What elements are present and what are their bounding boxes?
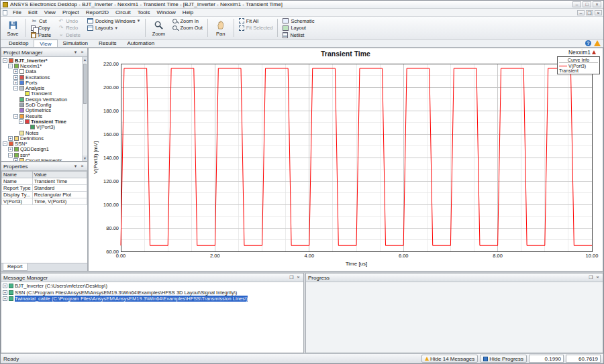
hide-progress-button[interactable]: Hide Progress [480, 355, 527, 363]
property-name: V(Port3) [2, 198, 33, 205]
menu-report2d[interactable]: Report2D [83, 9, 112, 15]
fit-all-button[interactable]: Fit All [236, 17, 276, 25]
pin-icon[interactable] [592, 50, 596, 54]
properties-col-name[interactable]: Name [2, 172, 33, 178]
report-window[interactable]: Transient Time Nexxim1 Curve Info V(Port… [88, 48, 603, 271]
menu-edit[interactable]: Edit [25, 9, 41, 15]
netlist-button[interactable]: Netlist [280, 32, 317, 39]
menu-view[interactable]: View [41, 9, 59, 15]
svg-text:200.00: 200.00 [103, 84, 119, 90]
zoom-in-button[interactable]: Zoom In [169, 17, 205, 25]
properties-table: Name Value NameTransient TimeReport Type… [1, 171, 87, 205]
message-expander-icon[interactable]: + [3, 284, 7, 288]
copy-button[interactable]: Copy [28, 25, 54, 32]
legend-header: Curve Info [559, 58, 598, 63]
menu-help[interactable]: Help [179, 9, 197, 15]
maximize-button[interactable]: □ [583, 1, 591, 7]
panel-close-icon[interactable]: × [79, 50, 85, 56]
tree-expander-icon[interactable]: − [13, 86, 18, 90]
panel-menu-icon[interactable]: ▾ [72, 164, 79, 170]
tree-expander-icon[interactable]: + [13, 80, 18, 85]
close-button[interactable]: × [593, 1, 601, 7]
tree-expander-icon[interactable]: − [3, 58, 7, 63]
tree-expander-icon[interactable]: − [3, 141, 7, 146]
scroll-up-icon[interactable]: ▲ [83, 57, 87, 62]
tree-expander-icon[interactable]: − [13, 114, 18, 119]
menu-window[interactable]: Window [153, 9, 179, 15]
redo-button[interactable]: ↷Redo [55, 25, 83, 32]
tree-item[interactable]: +Excitations [1, 74, 82, 80]
transient-plot[interactable]: 0.002.004.006.008.0010.0060.0080.00100.0… [90, 57, 601, 269]
tab-report[interactable]: Report [3, 263, 28, 271]
tree-item[interactable]: V(Port3) [1, 125, 82, 130]
panel-close-icon[interactable]: × [595, 275, 601, 281]
tree-expander-icon[interactable]: + [13, 69, 18, 74]
undo-button[interactable]: ↶Undo [55, 17, 83, 25]
project-tree-scrollbar[interactable]: ▲ ▼ [82, 57, 87, 161]
menu-tools[interactable]: Tools [134, 9, 154, 15]
properties-col-value[interactable]: Value [32, 172, 87, 178]
tree-expander-icon[interactable]: − [8, 153, 13, 158]
scroll-down-icon[interactable]: ▼ [83, 156, 87, 161]
ribbon-tab-simulation[interactable]: Simulation [58, 40, 93, 47]
tree-item[interactable]: +Q3DDesign1 [1, 147, 82, 152]
tree-expander-icon[interactable]: − [8, 64, 13, 68]
property-value[interactable]: Time, V(Port3) [32, 198, 87, 205]
message-item[interactable]: +BJT_Inverter (C:\Users\mfetzer\Desktop\… [1, 283, 303, 290]
zoom-out-button[interactable]: Zoom Out [169, 25, 205, 32]
panel-close-icon[interactable]: × [79, 164, 85, 170]
panel-float-icon[interactable]: ❐ [588, 275, 594, 281]
ribbon-tab-automation[interactable]: Automation [122, 40, 160, 47]
ribbon-tab-view[interactable]: View [34, 40, 57, 47]
delete-button[interactable]: ×Delete [55, 32, 83, 39]
svg-text:180.00: 180.00 [103, 108, 119, 114]
scroll-thumb[interactable] [83, 64, 87, 104]
ribbon-tab-results[interactable]: Results [93, 40, 122, 47]
property-value[interactable]: Rectangular Plot [32, 192, 87, 198]
message-expander-icon[interactable]: + [3, 290, 7, 295]
tree-expander-icon[interactable]: + [13, 75, 18, 80]
panel-float-icon[interactable]: ❐ [289, 275, 295, 281]
layout-icon [283, 25, 289, 31]
property-value[interactable]: Standard [32, 185, 87, 192]
ribbon-tab-desktop[interactable]: Desktop [3, 40, 34, 47]
menu-project[interactable]: Project [59, 9, 83, 15]
tree-expander-icon[interactable]: + [13, 158, 18, 161]
tree-expander-icon[interactable]: + [8, 136, 13, 141]
help-icon[interactable]: ? [585, 40, 591, 46]
panel-menu-icon[interactable]: ▾ [72, 50, 79, 56]
tree-item[interactable]: +Definitions [1, 135, 82, 141]
pan-button[interactable]: Pan [210, 17, 232, 39]
minimize-button[interactable]: – [572, 1, 581, 7]
message-expander-icon[interactable]: + [3, 296, 7, 301]
panel-close-icon[interactable]: × [295, 275, 301, 281]
layout-button[interactable]: Layout [280, 25, 317, 32]
menu-circuit[interactable]: Circuit [112, 9, 134, 15]
property-value[interactable]: Transient Time [32, 178, 87, 185]
child-minimize-button[interactable]: – [577, 10, 585, 15]
layouts-button[interactable]: Layouts▼ [85, 25, 144, 32]
child-close-button[interactable]: × [595, 10, 602, 15]
message-item[interactable]: +SSN (C:\Program Files\AnsysEM\AnsysEM19… [1, 290, 303, 296]
paste-button[interactable]: Paste [28, 32, 54, 39]
tree-expander-icon[interactable]: + [8, 147, 13, 151]
child-restore-button[interactable]: ❐ [586, 10, 593, 15]
tree-item[interactable]: +Circuit Elements [1, 158, 82, 161]
cut-button[interactable]: ✂Cut [28, 17, 54, 25]
curve-legend[interactable]: Curve Info V(Port3) Transient [557, 56, 600, 74]
hide-messages-button[interactable]: Hide 14 Messages [421, 355, 478, 363]
svg-text:8.00: 8.00 [493, 253, 503, 259]
docking-windows-button[interactable]: Docking Windows▼ [85, 17, 144, 25]
tree-item[interactable]: −Nexxim1* [1, 63, 82, 68]
property-row: V(Port3)Time, V(Port3) [2, 198, 87, 205]
app-window: ANSYS Electronics Desktop - BJT_Inverter… [0, 0, 604, 364]
project-tree: −BJT_Inverter*−Nexxim1*+Data+Excitations… [1, 58, 82, 161]
save-button[interactable]: Save [2, 17, 23, 39]
zoom-button[interactable]: Zoom [148, 17, 169, 39]
fit-selected-button[interactable]: Fit Selected [236, 25, 276, 32]
tree-expander-icon[interactable]: − [19, 119, 23, 124]
results-icon [19, 114, 24, 119]
message-item[interactable]: +Twinaxial_cable (C:\Program Files\Ansys… [1, 296, 303, 302]
menu-file[interactable]: File [9, 9, 25, 15]
schematic-button[interactable]: Schematic [280, 17, 317, 25]
